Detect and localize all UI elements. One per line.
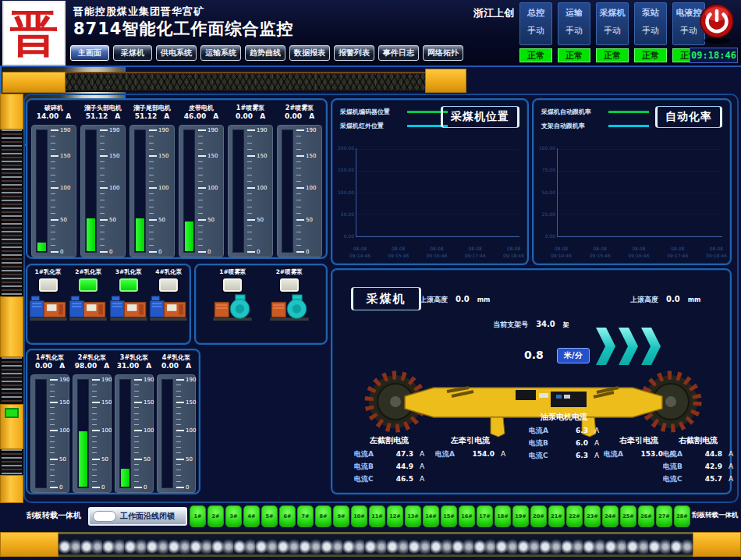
spray-pump-icon [270,293,309,326]
gauge-tick-label: 0 [59,484,62,491]
support-indicator-17[interactable]: 17# [477,505,493,527]
pump-status-indicator[interactable] [223,278,242,292]
support-indicator-12[interactable]: 12# [387,505,403,527]
gauge-major-tick [198,129,206,131]
tab-1[interactable]: 主画面 [70,45,109,61]
current-unit: A [420,450,424,458]
support-indicator-4[interactable]: 4# [243,505,260,527]
shearer-title-button[interactable]: 采煤机 [351,287,421,310]
support-indicator-21[interactable]: 21# [548,505,565,527]
x-tick-date: 08-08 [706,246,727,252]
gauge-tick-label: 190 [60,127,70,133]
support-indicator-9[interactable]: 9# [333,505,349,527]
mode-name: 泵站 [642,7,659,19]
gauge-unit: A [186,362,191,372]
support-indicator-28[interactable]: 28# [674,505,690,527]
face-line-interlock-button[interactable]: 工作面沿线闭锁 [88,507,187,526]
support-indicator-11[interactable]: 11# [369,505,385,527]
support-indicator-24[interactable]: 24# [602,505,619,527]
support-indicator-3[interactable]: 3# [225,505,242,527]
gauge-tick-label: 50 [158,217,165,223]
tab-2[interactable]: 采煤机 [113,45,152,61]
gauge-body: 190150100500 [31,125,76,257]
y-tick-label: 100.00 [539,145,555,151]
gauge-major-tick [50,430,58,431]
gauge-major-tick [50,487,58,488]
support-indicator-26[interactable]: 26# [638,505,654,527]
pump-status-indicator[interactable] [39,278,58,292]
support-indicator-6[interactable]: 6# [279,505,296,527]
support-indicator-25[interactable]: 25# [620,505,636,527]
current-value: 46.5 [382,475,413,483]
x-tick-label: 08-0809:18:46 [503,246,524,259]
rail-chain [0,449,23,475]
support-indicator-7[interactable]: 7# [297,505,314,527]
support-indicator-row: 1#2#3#4#5#6#7#8#9#10#11#12#13#14#15#16#1… [190,505,690,527]
support-indicator-2[interactable]: 2# [207,505,224,527]
gauge-value-row: 31.00A [115,362,154,372]
support-indicator-8[interactable]: 8# [315,505,332,527]
support-indicator-16[interactable]: 16# [459,505,475,527]
tab-7[interactable]: 报警列表 [334,45,374,61]
pump-label: 2#乳化泵 [75,268,101,276]
plot-area [557,148,722,237]
gauge-scale: 190150100500 [198,130,222,252]
chart-title-button[interactable]: 自动化率 [655,106,722,128]
tab-4[interactable]: 运输系统 [200,45,241,61]
transfer-machine-label-left: 刮板转载一体机 [27,510,81,521]
chart-title-button[interactable]: 采煤机位置 [441,106,519,128]
support-indicator-14[interactable]: 14# [423,505,439,527]
pump-status-indicator[interactable] [280,278,299,292]
pump-status-indicator[interactable] [119,278,138,292]
shearer-speed-value: 0.8 [524,349,544,361]
company-logo: 晋 [2,1,66,66]
current-row: 电流B42.9A [663,462,733,472]
current-row: 电流A6.3A [529,426,599,436]
support-indicator-10[interactable]: 10# [351,505,367,527]
x-tick-date: 08-08 [629,246,650,252]
current-value: 45.7 [691,475,722,483]
chart-legend: 采煤机编码器位置采煤机红外位置 [340,108,448,136]
gauge-tick-label: 190 [158,127,168,133]
current-row: 电流A154.0A [435,449,505,459]
gauge-value: 46.00 [184,112,206,122]
mode-box[interactable]: 总控手动 [519,2,552,45]
pump-status-indicator[interactable] [159,278,178,292]
current-row: 电流C6.3A [529,451,599,461]
mode-box[interactable]: 泵站手动 [634,2,667,45]
support-indicator-22[interactable]: 22# [566,505,583,527]
gauge-scale: 190150100500 [51,130,74,252]
mode-box[interactable]: 采煤机手动 [596,2,629,45]
tab-8[interactable]: 事件日志 [378,45,419,61]
support-indicator-23[interactable]: 23# [584,505,601,527]
mode-status-badge: 正常 [634,48,667,62]
power-button[interactable] [697,2,737,44]
current-group-title: 油泵电机电流 [529,412,599,423]
support-indicator-19[interactable]: 19# [512,505,529,527]
gauge-tick-label: 190 [144,377,154,383]
support-indicator-5[interactable]: 5# [261,505,278,527]
support-indicator-27[interactable]: 27# [656,505,672,527]
tab-5[interactable]: 趋势曲线 [245,45,285,61]
pump-label: 1#乳化泵 [35,268,62,276]
page-title: 8714智能化工作面综合监控 [73,18,293,40]
support-indicator-18[interactable]: 18# [495,505,511,527]
gauge-major-tick [149,251,157,253]
current-phase-label: 电流C [529,451,557,461]
mode-box[interactable]: 运输手动 [558,2,590,45]
current-phase-label: 电流B [529,438,557,448]
tab-3[interactable]: 供电系统 [156,45,197,61]
support-indicator-20[interactable]: 20# [530,505,547,527]
pump-status-indicator[interactable] [79,278,98,292]
gauge-major-tick [149,155,157,157]
gauge-scale: 190150100500 [100,130,123,252]
current-phase-label: 电流A [663,449,691,459]
support-indicator-15[interactable]: 15# [441,505,457,527]
supports-status-bar: 刮板转载一体机 工作面沿线闭锁 1#2#3#4#5#6#7#8#9#10#11#… [0,503,741,532]
legend-line-swatch [608,125,649,127]
tab-9[interactable]: 网络拓扑 [423,45,463,61]
current-row: 电流B44.9A [354,462,424,472]
support-indicator-13[interactable]: 13# [405,505,421,527]
support-indicator-1[interactable]: 1# [190,505,206,527]
tab-6[interactable]: 数据报表 [289,45,330,61]
